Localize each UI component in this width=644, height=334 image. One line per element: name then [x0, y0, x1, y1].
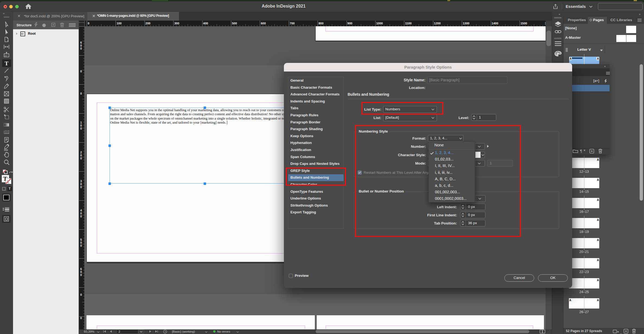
- svg-text:T: T: [7, 179, 10, 184]
- svg-text:¶: ¶: [580, 149, 582, 153]
